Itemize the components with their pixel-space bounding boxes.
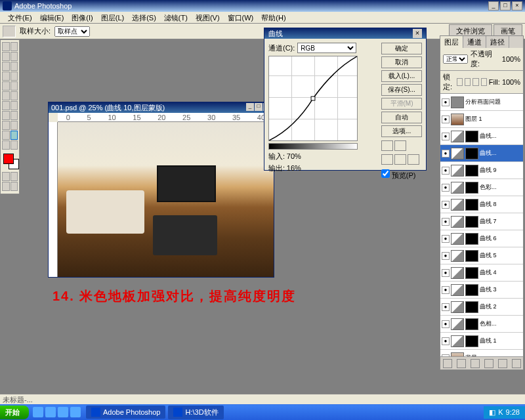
ql-icon[interactable] (33, 407, 43, 417)
color-swatches[interactable] (2, 154, 18, 172)
minimize-button[interactable]: _ (488, 1, 499, 10)
close-button[interactable]: × (512, 1, 522, 10)
layer-row[interactable]: ●图层 1 (440, 111, 523, 128)
tool-slice[interactable] (10, 62, 18, 71)
sample-size-select[interactable]: 取样点 (54, 26, 90, 37)
menu-window[interactable]: 窗口(W) (224, 12, 258, 23)
layer-row[interactable]: ●曲线 1 (440, 333, 523, 350)
cancel-button[interactable]: 取消 (381, 56, 422, 68)
menu-filter[interactable]: 滤镜(T) (160, 12, 192, 23)
visibility-icon[interactable]: ● (442, 269, 450, 277)
layer-thumb[interactable] (451, 148, 464, 159)
tool-eyedropper[interactable] (10, 131, 18, 140)
layer-row[interactable]: ●曲线 8 (440, 196, 523, 213)
layer-row[interactable]: ●曲线 6 (440, 230, 523, 247)
layer-row[interactable]: ●分析画面问题 (440, 94, 523, 111)
visibility-icon[interactable]: ● (442, 133, 450, 140)
tab-channels[interactable]: 通道 (463, 36, 486, 48)
tool-zoom[interactable] (10, 140, 18, 150)
layer-mask-icon[interactable] (457, 359, 466, 368)
tab-paths[interactable]: 路径 (486, 36, 509, 48)
curve-draw-icon[interactable] (381, 140, 393, 151)
tool-type[interactable] (10, 111, 18, 120)
layer-row[interactable]: ●曲线 3 (440, 282, 523, 299)
layer-row[interactable]: ●曲线 2 (440, 299, 523, 316)
layer-row[interactable]: ●色彩... (440, 179, 523, 196)
layer-thumb[interactable] (451, 335, 464, 347)
layer-row[interactable]: ●背景 (440, 350, 523, 356)
tool-shape[interactable] (10, 121, 18, 130)
visibility-icon[interactable]: ● (442, 337, 450, 345)
tool-stamp[interactable] (2, 81, 10, 91)
tool-eraser[interactable] (2, 91, 10, 100)
layer-row[interactable]: ●曲线 7 (440, 213, 523, 230)
menu-layer[interactable]: 图层(L) (97, 12, 128, 23)
mask-thumb[interactable] (465, 216, 478, 228)
visibility-icon[interactable]: ● (442, 116, 450, 123)
canvas-image[interactable] (58, 122, 274, 277)
lock-position-icon[interactable] (472, 78, 478, 86)
visibility-icon[interactable]: ● (442, 201, 450, 209)
tool-wand[interactable] (10, 52, 18, 61)
mask-thumb[interactable] (465, 318, 478, 330)
menu-edit[interactable]: 编辑(E) (36, 12, 68, 23)
load-button[interactable]: 载入(L)... (381, 70, 422, 82)
mask-thumb[interactable] (465, 199, 478, 211)
curves-close[interactable]: × (413, 29, 422, 38)
layer-thumb[interactable] (451, 182, 464, 194)
system-tray[interactable]: ◧K9:28 (484, 406, 525, 419)
options-button[interactable]: 选项... (381, 125, 422, 137)
layer-thumb[interactable] (451, 233, 464, 245)
taskbar-task[interactable]: H:\3D软件 (168, 406, 223, 419)
curve-pencil-icon[interactable] (394, 140, 406, 151)
layer-thumb[interactable] (451, 318, 464, 330)
mask-thumb[interactable] (465, 250, 478, 262)
mask-thumb[interactable] (465, 233, 478, 245)
new-layer-icon[interactable] (498, 359, 507, 368)
tool-gradient[interactable] (10, 91, 18, 100)
taskbar-task[interactable]: Adobe Photoshop (86, 406, 165, 419)
visibility-icon[interactable]: ● (442, 167, 450, 175)
layer-thumb[interactable] (451, 96, 464, 108)
tool-move[interactable] (2, 42, 10, 51)
ql-icon[interactable] (58, 407, 68, 417)
curves-graph[interactable] (268, 56, 358, 141)
layer-row[interactable]: ●曲线... (440, 145, 523, 162)
doc-maximize[interactable]: □ (255, 103, 262, 111)
tool-blur[interactable] (2, 101, 10, 110)
screen-full[interactable] (10, 182, 18, 191)
quickmask-off[interactable] (2, 172, 10, 181)
menu-help[interactable]: 帮助(H) (257, 12, 289, 23)
sampler-gray-icon[interactable] (394, 154, 406, 165)
tool-lasso[interactable] (2, 52, 10, 61)
mask-thumb[interactable] (465, 301, 478, 313)
lock-paint-icon[interactable] (465, 78, 471, 86)
menu-image[interactable]: 图像(I) (68, 12, 96, 23)
visibility-icon[interactable]: ● (442, 184, 450, 192)
ok-button[interactable]: 确定 (381, 43, 422, 54)
layer-thumb[interactable] (451, 301, 464, 313)
delete-layer-icon[interactable] (512, 359, 521, 368)
mask-thumb[interactable] (465, 335, 478, 347)
channel-select[interactable]: RGB (297, 43, 356, 53)
visibility-icon[interactable]: ● (442, 320, 450, 328)
mask-thumb[interactable] (465, 131, 478, 142)
curves-titlebar[interactable]: 曲线× (264, 28, 426, 39)
layer-row[interactable]: ●曲线 9 (440, 162, 523, 179)
layer-thumb[interactable] (451, 114, 464, 125)
lock-transparency-icon[interactable] (457, 78, 463, 86)
adjustment-layer-icon[interactable] (484, 359, 494, 368)
visibility-icon[interactable]: ● (442, 218, 450, 226)
tab-layers[interactable]: 图层 (440, 36, 463, 48)
layer-thumb[interactable] (451, 267, 464, 279)
save-button[interactable]: 保存(S)... (381, 84, 422, 96)
doc-minimize[interactable]: _ (246, 103, 254, 111)
tool-notes[interactable] (2, 131, 10, 140)
visibility-icon[interactable]: ● (442, 252, 450, 260)
lock-all-icon[interactable] (481, 78, 487, 86)
foreground-color[interactable] (3, 154, 14, 164)
tool-heal[interactable] (2, 72, 10, 81)
layer-row[interactable]: ●曲线 5 (440, 247, 523, 264)
visibility-icon[interactable]: ● (442, 150, 450, 158)
gradient-bar[interactable] (268, 143, 358, 150)
